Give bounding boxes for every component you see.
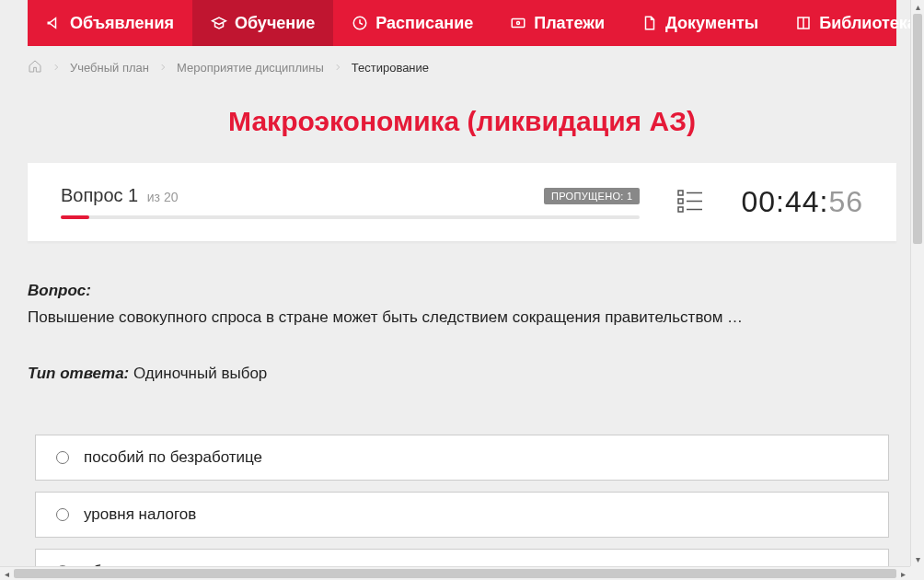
progress-fill <box>61 215 89 219</box>
question-label: Вопрос: <box>28 278 896 303</box>
nav-label: Обучение <box>235 14 315 33</box>
clock-icon <box>352 15 368 31</box>
nav-label: Документы <box>665 14 758 33</box>
timer-main: 00:44: <box>741 185 828 218</box>
graduation-icon <box>211 15 227 31</box>
scrollbar-corner <box>910 566 924 580</box>
chevron-right-icon <box>52 61 61 75</box>
answer-options: пособий по безработице уровня налогов об… <box>28 435 896 566</box>
status-card: Вопрос 1 из 20 ПРОПУЩЕНО: 1 <box>28 163 896 241</box>
nav-item-documents[interactable]: Документы <box>623 0 777 46</box>
question-text: Повышение совокупного спроса в стране мо… <box>28 305 896 330</box>
answer-option[interactable]: пособий по безработице <box>35 435 889 481</box>
nav-item-education[interactable]: Обучение <box>192 0 333 46</box>
question-body: Вопрос: Повышение совокупного спроса в с… <box>28 241 896 387</box>
nav-item-library[interactable]: Библиотека <box>777 0 924 46</box>
nav-item-schedule[interactable]: Расписание <box>333 0 491 46</box>
vertical-scrollbar[interactable]: ▴ ▾ <box>910 0 924 566</box>
nav-item-announcements[interactable]: Объявления <box>28 0 192 46</box>
nav-label: Расписание <box>375 14 473 33</box>
breadcrumb-curriculum[interactable]: Учебный план <box>70 61 149 75</box>
answer-option[interactable]: уровня налогов <box>35 492 889 538</box>
timer: 00:44:56 <box>741 185 863 219</box>
question-total: из 20 <box>147 190 179 204</box>
scroll-up-arrow[interactable]: ▴ <box>911 0 924 14</box>
breadcrumb: Учебный план Мероприятие дисциплины Тест… <box>28 46 896 89</box>
home-icon[interactable] <box>28 59 42 76</box>
answer-type-value: Одиночный выбор <box>133 365 267 382</box>
timer-seconds: 56 <box>828 185 863 218</box>
answer-option[interactable]: объема экспорта <box>35 549 889 566</box>
radio-input[interactable] <box>56 508 69 521</box>
nav-label: Платежи <box>534 14 605 33</box>
answer-type-label: Тип ответа: <box>28 365 129 382</box>
document-icon <box>641 15 658 31</box>
megaphone-icon <box>46 15 63 31</box>
horizontal-scrollbar[interactable]: ◂ ▸ <box>0 566 910 580</box>
scroll-right-arrow[interactable]: ▸ <box>896 567 910 581</box>
svg-rect-1 <box>512 19 525 28</box>
scroll-thumb[interactable] <box>14 569 896 578</box>
scroll-thumb[interactable] <box>913 14 922 244</box>
question-grid-icon[interactable] <box>676 187 704 218</box>
svg-rect-3 <box>678 191 683 195</box>
svg-point-2 <box>517 22 520 25</box>
svg-rect-7 <box>678 207 683 212</box>
breadcrumb-current: Тестирование <box>352 61 429 75</box>
page-title: Макроэкономика (ликвидация АЗ) <box>28 106 896 137</box>
book-icon <box>795 15 812 31</box>
payment-icon <box>510 15 526 31</box>
progress-bar <box>61 215 640 219</box>
chevron-right-icon <box>158 61 167 75</box>
breadcrumb-event[interactable]: Мероприятие дисциплины <box>177 61 324 75</box>
scroll-down-arrow[interactable]: ▾ <box>911 552 924 566</box>
option-text: уровня налогов <box>84 505 196 524</box>
svg-rect-5 <box>678 199 683 203</box>
radio-input[interactable] <box>56 451 69 464</box>
nav-item-payments[interactable]: Платежи <box>491 0 623 46</box>
nav-label: Объявления <box>70 14 174 33</box>
top-nav: Объявления Обучение Расписание Платежи <box>28 0 896 46</box>
scroll-left-arrow[interactable]: ◂ <box>0 567 14 581</box>
option-text: пособий по безработице <box>84 448 262 467</box>
question-prefix: Вопрос 1 <box>61 185 144 205</box>
chevron-right-icon <box>333 61 342 75</box>
nav-label: Библиотека <box>819 14 917 33</box>
skipped-badge: ПРОПУЩЕНО: 1 <box>544 188 640 204</box>
